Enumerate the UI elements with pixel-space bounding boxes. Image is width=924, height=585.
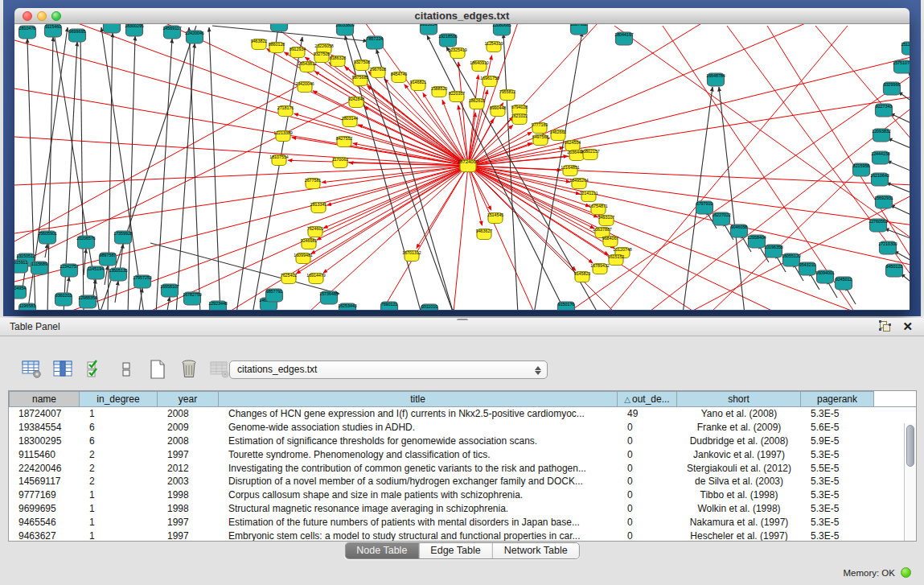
cell-pagerank[interactable]: 5.3E-5 bbox=[801, 517, 874, 528]
cell-short[interactable]: de Silva et al. (2003) bbox=[677, 476, 801, 487]
cell-year[interactable]: 2003 bbox=[158, 476, 219, 487]
cell-name[interactable]: 9699695 bbox=[9, 503, 80, 514]
column-header-pagerank[interactable]: pagerank bbox=[801, 391, 874, 406]
citation-network-graph[interactable]: 9463822886012889129342322605893275051654… bbox=[14, 24, 910, 310]
cell-year[interactable]: 1998 bbox=[158, 489, 219, 501]
cell-year[interactable]: 2012 bbox=[158, 463, 219, 474]
cell-year[interactable]: 2009 bbox=[158, 422, 219, 433]
cell-name[interactable]: 9777169 bbox=[9, 489, 80, 501]
table-selector-dropdown[interactable]: citations_edges.txt bbox=[229, 360, 548, 379]
cell-year[interactable]: 1997 bbox=[158, 530, 219, 541]
cell-pagerank[interactable]: 5.5E-5 bbox=[801, 463, 874, 474]
graph-node[interactable] bbox=[271, 24, 288, 31]
cell-pagerank[interactable]: 5.3E-5 bbox=[801, 503, 874, 514]
cell-pagerank[interactable]: 5.6E-5 bbox=[801, 422, 874, 433]
scrollbar-thumb[interactable] bbox=[906, 425, 914, 467]
column-header-name[interactable]: name bbox=[9, 391, 80, 406]
row-select-icon[interactable] bbox=[84, 358, 106, 381]
table-row[interactable]: 1938455462009Genome-wide association stu… bbox=[9, 421, 916, 435]
cell-name[interactable]: 14569117 bbox=[9, 476, 80, 487]
cell-pagerank[interactable]: 5.3E-5 bbox=[801, 530, 874, 541]
column-header-year[interactable]: year bbox=[158, 391, 219, 406]
network-window-titlebar[interactable]: citations_edges.txt bbox=[14, 8, 910, 24]
cell-year[interactable]: 2008 bbox=[158, 408, 219, 419]
close-window-button[interactable] bbox=[23, 11, 32, 21]
cell-pagerank[interactable]: 5.3E-5 bbox=[801, 408, 874, 419]
cell-year[interactable]: 1997 bbox=[158, 449, 219, 460]
cell-title[interactable]: Structural magnetic resonance image aver… bbox=[219, 503, 618, 514]
cell-pagerank[interactable]: 5.3E-5 bbox=[801, 449, 874, 460]
column-header-title[interactable]: title bbox=[219, 391, 618, 406]
cell-pagerank[interactable]: 5.9E-5 bbox=[801, 435, 874, 447]
cell-title[interactable]: Corpus callosum shape and size in male p… bbox=[219, 489, 618, 501]
cell-out_de[interactable]: 0 bbox=[618, 422, 677, 433]
table-settings-icon[interactable] bbox=[21, 358, 43, 381]
column-header-in_degree[interactable]: in_degree bbox=[80, 391, 158, 406]
cell-title[interactable]: Estimation of the future numbers of pati… bbox=[219, 517, 618, 528]
cell-out_de[interactable]: 0 bbox=[618, 476, 677, 487]
cell-in_degree[interactable]: 2 bbox=[80, 449, 158, 460]
table-row[interactable]: 2242004622012Investigating the contribut… bbox=[9, 461, 916, 475]
close-panel-icon[interactable]: ✕ bbox=[902, 319, 913, 334]
new-table-icon[interactable] bbox=[146, 358, 169, 381]
cell-out_de[interactable]: 0 bbox=[618, 463, 677, 474]
cell-short[interactable]: Jankovic et al. (1997) bbox=[677, 449, 801, 460]
cell-short[interactable]: Yano et al. (2008) bbox=[677, 408, 801, 419]
cell-title[interactable]: Investigating the contribution of common… bbox=[219, 463, 618, 474]
cell-short[interactable]: Franke et al. (2009) bbox=[677, 422, 801, 433]
cell-name[interactable]: 19384554 bbox=[9, 422, 80, 433]
cell-in_degree[interactable]: 2 bbox=[80, 476, 158, 487]
cell-out_de[interactable]: 0 bbox=[618, 503, 677, 514]
cell-in_degree[interactable]: 1 bbox=[80, 408, 158, 419]
graph-node[interactable] bbox=[104, 24, 121, 33]
cell-in_degree[interactable]: 1 bbox=[80, 489, 158, 501]
cell-in_degree[interactable]: 2 bbox=[80, 463, 158, 474]
network-canvas[interactable]: 9463822886012889129342322605893275051654… bbox=[14, 24, 910, 310]
column-header-out_de[interactable]: △out_de... bbox=[618, 391, 677, 406]
cell-out_de[interactable]: 0 bbox=[618, 489, 677, 501]
table-row[interactable]: 1456911722003Disruption of a novel membe… bbox=[9, 475, 916, 488]
cell-name[interactable]: 9115460 bbox=[9, 449, 80, 460]
cell-title[interactable]: Estimation of significance thresholds fo… bbox=[219, 435, 618, 447]
tab-node-table[interactable]: Node Table bbox=[345, 543, 419, 558]
table-row[interactable]: 1872400712008Changes of HCN gene express… bbox=[9, 407, 916, 421]
cell-out_de[interactable]: 49 bbox=[618, 408, 677, 419]
table-row[interactable]: 911546021997Tourette syndrome. Phenomeno… bbox=[9, 447, 916, 461]
cell-short[interactable]: Dudbridge et al. (2008) bbox=[677, 435, 801, 447]
table-row[interactable]: 977716911998Corpus callosum shape and si… bbox=[9, 488, 916, 502]
cell-short[interactable]: Hescheler et al. (1997) bbox=[677, 530, 801, 541]
table-row[interactable]: 946554611997Estimation of the future num… bbox=[9, 515, 916, 529]
zoom-window-button[interactable] bbox=[51, 11, 61, 21]
cell-in_degree[interactable]: 1 bbox=[80, 517, 158, 528]
cell-out_de[interactable]: 0 bbox=[618, 517, 677, 528]
table-row[interactable]: 969969511998Structural magnetic resonanc… bbox=[9, 502, 916, 516]
cell-short[interactable]: Nakamura et al. (1997) bbox=[677, 517, 801, 528]
cell-short[interactable]: Stergiakouli et al. (2012) bbox=[677, 463, 801, 474]
cell-title[interactable]: Embryonic stem cells: a model to study s… bbox=[219, 530, 618, 541]
cell-name[interactable]: 22420046 bbox=[9, 463, 80, 474]
cell-in_degree[interactable]: 6 bbox=[80, 422, 158, 433]
cell-year[interactable]: 1998 bbox=[158, 503, 219, 514]
cell-short[interactable]: Tibbo et al. (1998) bbox=[677, 489, 801, 501]
cell-short[interactable]: Wolkin et al. (1998) bbox=[677, 503, 801, 514]
cell-out_de[interactable]: 0 bbox=[618, 449, 677, 460]
merge-rows-icon[interactable] bbox=[115, 358, 138, 381]
float-panel-icon[interactable] bbox=[880, 321, 892, 333]
cell-year[interactable]: 2008 bbox=[158, 435, 219, 447]
tab-edge-table[interactable]: Edge Table bbox=[419, 543, 492, 558]
column-header-short[interactable]: short bbox=[677, 391, 801, 406]
panel-resize-grip[interactable] bbox=[457, 319, 468, 322]
table-scrollbar[interactable] bbox=[904, 423, 916, 541]
column-chooser-icon[interactable] bbox=[52, 358, 75, 381]
cell-out_de[interactable]: 0 bbox=[618, 530, 677, 541]
cell-pagerank[interactable]: 5.3E-5 bbox=[801, 476, 874, 487]
cell-in_degree[interactable]: 1 bbox=[80, 530, 158, 541]
minimize-window-button[interactable] bbox=[37, 11, 47, 21]
cell-pagerank[interactable]: 5.3E-5 bbox=[801, 489, 874, 501]
cell-out_de[interactable]: 0 bbox=[618, 435, 677, 447]
delete-table-icon[interactable] bbox=[178, 358, 200, 381]
memory-indicator[interactable] bbox=[901, 567, 911, 578]
cell-in_degree[interactable]: 6 bbox=[80, 435, 158, 447]
tab-network-table[interactable]: Network Table bbox=[493, 543, 579, 558]
cell-title[interactable]: Disruption of a novel member of a sodium… bbox=[219, 476, 618, 487]
